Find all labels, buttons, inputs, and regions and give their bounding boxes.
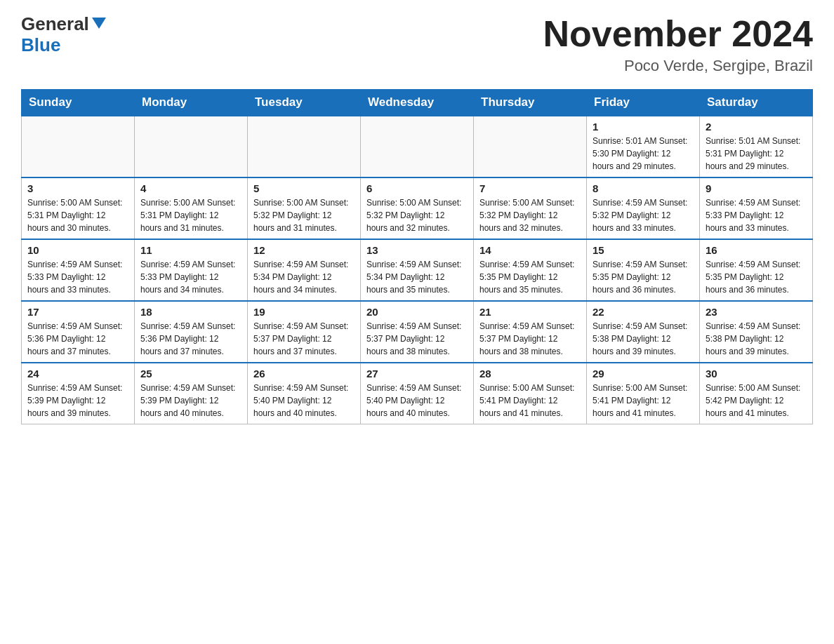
day-number: 13 <box>366 244 468 256</box>
calendar-cell: 25Sunrise: 4:59 AM Sunset: 5:39 PM Dayli… <box>135 363 248 424</box>
day-info: Sunrise: 5:01 AM Sunset: 5:30 PM Dayligh… <box>593 135 694 173</box>
calendar-week-row: 24Sunrise: 4:59 AM Sunset: 5:39 PM Dayli… <box>22 363 813 424</box>
day-number: 10 <box>27 244 128 256</box>
day-number: 20 <box>366 306 468 318</box>
calendar-cell: 20Sunrise: 4:59 AM Sunset: 5:37 PM Dayli… <box>361 301 474 363</box>
day-number: 29 <box>593 368 694 380</box>
day-info: Sunrise: 5:00 AM Sunset: 5:41 PM Dayligh… <box>479 382 581 420</box>
day-info: Sunrise: 4:59 AM Sunset: 5:36 PM Dayligh… <box>140 320 241 358</box>
day-info: Sunrise: 5:00 AM Sunset: 5:41 PM Dayligh… <box>593 382 694 420</box>
calendar-cell: 22Sunrise: 4:59 AM Sunset: 5:38 PM Dayli… <box>587 301 700 363</box>
day-number: 11 <box>140 244 241 256</box>
calendar-cell <box>474 116 587 177</box>
day-number: 1 <box>593 121 694 133</box>
day-number: 5 <box>253 182 355 194</box>
col-header-tuesday: Tuesday <box>248 90 361 116</box>
calendar-cell: 28Sunrise: 5:00 AM Sunset: 5:41 PM Dayli… <box>474 363 587 424</box>
calendar-cell: 14Sunrise: 4:59 AM Sunset: 5:35 PM Dayli… <box>474 239 587 301</box>
day-number: 23 <box>706 306 807 318</box>
day-info: Sunrise: 4:59 AM Sunset: 5:37 PM Dayligh… <box>479 320 581 358</box>
calendar-cell: 30Sunrise: 5:00 AM Sunset: 5:42 PM Dayli… <box>700 363 813 424</box>
calendar-week-row: 1Sunrise: 5:01 AM Sunset: 5:30 PM Daylig… <box>22 116 813 177</box>
calendar-cell: 24Sunrise: 4:59 AM Sunset: 5:39 PM Dayli… <box>22 363 135 424</box>
day-info: Sunrise: 4:59 AM Sunset: 5:33 PM Dayligh… <box>27 258 128 296</box>
day-number: 7 <box>479 182 581 194</box>
month-title: November 2024 <box>543 14 813 54</box>
calendar-cell <box>361 116 474 177</box>
calendar-cell: 17Sunrise: 4:59 AM Sunset: 5:36 PM Dayli… <box>22 301 135 363</box>
day-number: 17 <box>27 306 128 318</box>
day-info: Sunrise: 5:00 AM Sunset: 5:31 PM Dayligh… <box>140 196 241 234</box>
calendar-cell: 8Sunrise: 4:59 AM Sunset: 5:32 PM Daylig… <box>587 177 700 239</box>
day-number: 14 <box>479 244 581 256</box>
col-header-friday: Friday <box>587 90 700 116</box>
calendar-cell: 4Sunrise: 5:00 AM Sunset: 5:31 PM Daylig… <box>135 177 248 239</box>
calendar-cell: 21Sunrise: 4:59 AM Sunset: 5:37 PM Dayli… <box>474 301 587 363</box>
day-info: Sunrise: 4:59 AM Sunset: 5:35 PM Dayligh… <box>706 258 807 296</box>
day-info: Sunrise: 4:59 AM Sunset: 5:40 PM Dayligh… <box>253 382 355 420</box>
calendar-cell: 11Sunrise: 4:59 AM Sunset: 5:33 PM Dayli… <box>135 239 248 301</box>
day-number: 22 <box>593 306 694 318</box>
day-number: 19 <box>253 306 355 318</box>
day-info: Sunrise: 4:59 AM Sunset: 5:38 PM Dayligh… <box>593 320 694 358</box>
day-info: Sunrise: 5:00 AM Sunset: 5:31 PM Dayligh… <box>27 196 128 234</box>
calendar-cell <box>248 116 361 177</box>
day-info: Sunrise: 4:59 AM Sunset: 5:38 PM Dayligh… <box>706 320 807 358</box>
location-subtitle: Poco Verde, Sergipe, Brazil <box>543 57 813 75</box>
day-number: 30 <box>706 368 807 380</box>
calendar-cell: 10Sunrise: 4:59 AM Sunset: 5:33 PM Dayli… <box>22 239 135 301</box>
day-info: Sunrise: 4:59 AM Sunset: 5:35 PM Dayligh… <box>593 258 694 296</box>
day-number: 2 <box>706 121 807 133</box>
calendar-cell: 19Sunrise: 4:59 AM Sunset: 5:37 PM Dayli… <box>248 301 361 363</box>
day-number: 3 <box>27 182 128 194</box>
calendar-cell: 9Sunrise: 4:59 AM Sunset: 5:33 PM Daylig… <box>700 177 813 239</box>
day-info: Sunrise: 4:59 AM Sunset: 5:34 PM Dayligh… <box>253 258 355 296</box>
calendar-cell: 2Sunrise: 5:01 AM Sunset: 5:31 PM Daylig… <box>700 116 813 177</box>
page-header: General Blue November 2024 Poco Verde, S… <box>21 14 813 75</box>
calendar-cell: 13Sunrise: 4:59 AM Sunset: 5:34 PM Dayli… <box>361 239 474 301</box>
day-number: 18 <box>140 306 241 318</box>
title-block: November 2024 Poco Verde, Sergipe, Brazi… <box>543 14 813 75</box>
day-info: Sunrise: 4:59 AM Sunset: 5:40 PM Dayligh… <box>366 382 468 420</box>
col-header-sunday: Sunday <box>22 90 135 116</box>
calendar-cell: 23Sunrise: 4:59 AM Sunset: 5:38 PM Dayli… <box>700 301 813 363</box>
day-info: Sunrise: 4:59 AM Sunset: 5:33 PM Dayligh… <box>706 196 807 234</box>
calendar-week-row: 3Sunrise: 5:00 AM Sunset: 5:31 PM Daylig… <box>22 177 813 239</box>
calendar-cell: 27Sunrise: 4:59 AM Sunset: 5:40 PM Dayli… <box>361 363 474 424</box>
calendar-cell: 6Sunrise: 5:00 AM Sunset: 5:32 PM Daylig… <box>361 177 474 239</box>
col-header-saturday: Saturday <box>700 90 813 116</box>
calendar-cell: 5Sunrise: 5:00 AM Sunset: 5:32 PM Daylig… <box>248 177 361 239</box>
day-number: 4 <box>140 182 241 194</box>
col-header-thursday: Thursday <box>474 90 587 116</box>
day-number: 15 <box>593 244 694 256</box>
day-number: 16 <box>706 244 807 256</box>
calendar-cell: 16Sunrise: 4:59 AM Sunset: 5:35 PM Dayli… <box>700 239 813 301</box>
day-info: Sunrise: 5:00 AM Sunset: 5:32 PM Dayligh… <box>366 196 468 234</box>
day-info: Sunrise: 4:59 AM Sunset: 5:39 PM Dayligh… <box>140 382 241 420</box>
day-info: Sunrise: 5:01 AM Sunset: 5:31 PM Dayligh… <box>706 135 807 173</box>
day-number: 28 <box>479 368 581 380</box>
day-info: Sunrise: 4:59 AM Sunset: 5:37 PM Dayligh… <box>253 320 355 358</box>
col-header-wednesday: Wednesday <box>361 90 474 116</box>
calendar-table: SundayMondayTuesdayWednesdayThursdayFrid… <box>21 89 813 424</box>
day-info: Sunrise: 5:00 AM Sunset: 5:32 PM Dayligh… <box>253 196 355 234</box>
day-info: Sunrise: 4:59 AM Sunset: 5:37 PM Dayligh… <box>366 320 468 358</box>
calendar-cell: 18Sunrise: 4:59 AM Sunset: 5:36 PM Dayli… <box>135 301 248 363</box>
day-info: Sunrise: 4:59 AM Sunset: 5:32 PM Dayligh… <box>593 196 694 234</box>
logo-triangle-icon <box>92 18 106 29</box>
day-number: 12 <box>253 244 355 256</box>
calendar-cell: 26Sunrise: 4:59 AM Sunset: 5:40 PM Dayli… <box>248 363 361 424</box>
calendar-cell: 15Sunrise: 4:59 AM Sunset: 5:35 PM Dayli… <box>587 239 700 301</box>
col-header-monday: Monday <box>135 90 248 116</box>
calendar-header-row: SundayMondayTuesdayWednesdayThursdayFrid… <box>22 90 813 116</box>
calendar-cell <box>22 116 135 177</box>
calendar-week-row: 10Sunrise: 4:59 AM Sunset: 5:33 PM Dayli… <box>22 239 813 301</box>
day-info: Sunrise: 4:59 AM Sunset: 5:33 PM Dayligh… <box>140 258 241 296</box>
day-number: 9 <box>706 182 807 194</box>
day-number: 6 <box>366 182 468 194</box>
day-number: 24 <box>27 368 128 380</box>
day-info: Sunrise: 5:00 AM Sunset: 5:32 PM Dayligh… <box>479 196 581 234</box>
calendar-cell: 12Sunrise: 4:59 AM Sunset: 5:34 PM Dayli… <box>248 239 361 301</box>
day-number: 25 <box>140 368 241 380</box>
calendar-cell <box>135 116 248 177</box>
